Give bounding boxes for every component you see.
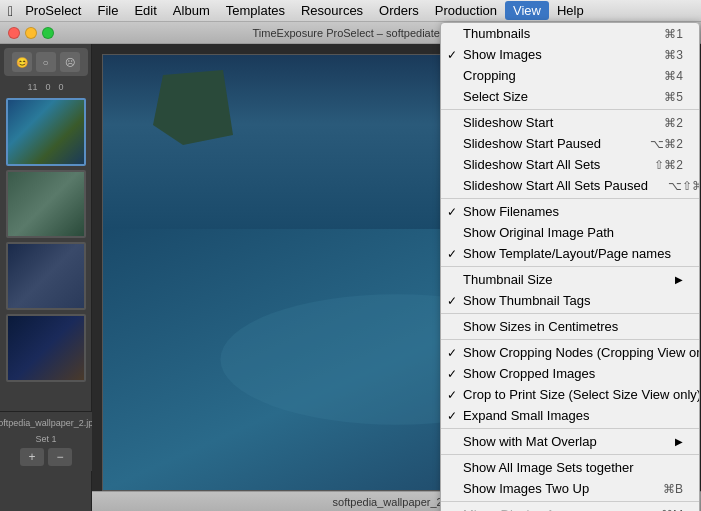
apple-logo[interactable]:  [8,3,13,19]
menu-bar:  ProSelect File Edit Album Templates Re… [0,0,701,22]
menu-label-crop-to-print-size: Crop to Print Size (Select Size View onl… [463,387,700,402]
menu-item-crop-to-print-size[interactable]: ✓ Crop to Print Size (Select Size View o… [441,384,699,405]
menu-item-show-images-two-up[interactable]: Show Images Two Up ⌘B [441,478,699,499]
menu-item-mirror-display-area[interactable]: Mirror Display Area ⌘M [441,504,699,511]
menu-item-thumbnail-size[interactable]: Thumbnail Size ▶ [441,269,699,290]
face-icon-neutral[interactable]: ○ [36,52,56,72]
separator-1 [441,109,699,110]
thumbnail-4[interactable] [6,314,86,382]
menu-label-expand-small-images: Expand Small Images [463,408,589,423]
menu-item-show-original-path[interactable]: Show Original Image Path [441,222,699,243]
count-0a: 0 [45,82,50,92]
menu-label-show-original-path: Show Original Image Path [463,225,614,240]
close-button[interactable] [8,27,20,39]
check-show-images: ✓ [447,48,457,62]
menu-item-show-cropped-images[interactable]: ✓ Show Cropped Images [441,363,699,384]
shortcut-select-size: ⌘5 [644,90,683,104]
separator-4 [441,313,699,314]
count-11: 11 [27,82,37,92]
menu-view[interactable]: View [505,1,549,20]
shortcut-slideshow-all-paused: ⌥⇧⌘2 [648,179,700,193]
menu-label-thumbnail-size: Thumbnail Size [463,272,553,287]
menu-item-show-images[interactable]: ✓ Show Images ⌘3 [441,44,699,65]
menu-item-slideshow-all[interactable]: Slideshow Start All Sets ⇧⌘2 [441,154,699,175]
face-icon-happy[interactable]: 😊 [12,52,32,72]
shortcut-show-images-two-up: ⌘B [643,482,683,496]
menu-item-show-thumbnail-tags[interactable]: ✓ Show Thumbnail Tags [441,290,699,311]
menu-production[interactable]: Production [427,1,505,20]
menu-orders[interactable]: Orders [371,1,427,20]
menu-resources[interactable]: Resources [293,1,371,20]
menu-item-show-sizes-centimetres[interactable]: Show Sizes in Centimetres [441,316,699,337]
check-expand-small-images: ✓ [447,409,457,423]
menu-help[interactable]: Help [549,1,592,20]
separator-5 [441,339,699,340]
sidebar: 😊 ○ ☹ 11 0 0 softpedia_wallpaper_2.jpg S… [0,44,92,511]
minimize-button[interactable] [25,27,37,39]
menu-label-select-size: Select Size [463,89,528,104]
sidebar-bottom-controls: softpedia_wallpaper_2.jpg Set 1 + − [0,411,92,471]
shortcut-slideshow-paused: ⌥⌘2 [630,137,683,151]
menu-item-expand-small-images[interactable]: ✓ Expand Small Images [441,405,699,426]
separator-7 [441,454,699,455]
menu-label-show-all-image-sets: Show All Image Sets together [463,460,634,475]
menu-label-slideshow-all-paused: Slideshow Start All Sets Paused [463,178,648,193]
window-title: TimeExposure ProSelect – softpediatest [253,27,449,39]
sidebar-set-label: Set 1 [35,434,56,444]
menu-label-show-sizes-centimetres: Show Sizes in Centimetres [463,319,618,334]
menu-item-show-template-names[interactable]: ✓ Show Template/Layout/Page names [441,243,699,264]
separator-6 [441,428,699,429]
menu-item-slideshow-paused[interactable]: Slideshow Start Paused ⌥⌘2 [441,133,699,154]
menu-item-show-mat-overlap[interactable]: Show with Mat Overlap ▶ [441,431,699,452]
menu-item-thumbnails[interactable]: Thumbnails ⌘1 [441,23,699,44]
count-0b: 0 [59,82,64,92]
shortcut-cropping: ⌘4 [644,69,683,83]
check-show-template-names: ✓ [447,247,457,261]
check-show-cropping-nodes: ✓ [447,346,457,360]
shortcut-show-images: ⌘3 [644,48,683,62]
check-show-filenames: ✓ [447,205,457,219]
menu-item-select-size[interactable]: Select Size ⌘5 [441,86,699,107]
remove-button[interactable]: − [48,448,72,466]
submenu-arrow-thumbnail-size: ▶ [675,274,683,285]
maximize-button[interactable] [42,27,54,39]
menu-item-show-all-image-sets[interactable]: Show All Image Sets together [441,457,699,478]
menu-label-show-images-two-up: Show Images Two Up [463,481,589,496]
menu-label-slideshow-all: Slideshow Start All Sets [463,157,600,172]
separator-2 [441,198,699,199]
face-icon-sad[interactable]: ☹ [60,52,80,72]
menu-file[interactable]: File [90,1,127,20]
sidebar-filename-label: softpedia_wallpaper_2.jpg [0,418,98,428]
menu-label-slideshow-paused: Slideshow Start Paused [463,136,601,151]
shortcut-slideshow-all: ⇧⌘2 [634,158,683,172]
thumbnail-2[interactable] [6,170,86,238]
menu-label-show-images: Show Images [463,47,542,62]
menu-album[interactable]: Album [165,1,218,20]
menu-label-show-filenames: Show Filenames [463,204,559,219]
menu-label-slideshow-start: Slideshow Start [463,115,553,130]
menu-edit[interactable]: Edit [126,1,164,20]
sidebar-action-buttons: + − [20,448,72,466]
check-crop-to-print-size: ✓ [447,388,457,402]
add-button[interactable]: + [20,448,44,466]
menu-label-show-template-names: Show Template/Layout/Page names [463,246,671,261]
check-show-thumbnail-tags: ✓ [447,294,457,308]
menu-label-thumbnails: Thumbnails [463,26,530,41]
menu-item-slideshow-all-paused[interactable]: Slideshow Start All Sets Paused ⌥⇧⌘2 [441,175,699,196]
menu-templates[interactable]: Templates [218,1,293,20]
menu-item-cropping[interactable]: Cropping ⌘4 [441,65,699,86]
menu-label-show-thumbnail-tags: Show Thumbnail Tags [463,293,590,308]
shortcut-thumbnails: ⌘1 [644,27,683,41]
menu-item-slideshow-start[interactable]: Slideshow Start ⌘2 [441,112,699,133]
menu-label-show-mat-overlap: Show with Mat Overlap [463,434,597,449]
thumbnail-1[interactable] [6,98,86,166]
menu-item-show-cropping-nodes[interactable]: ✓ Show Cropping Nodes (Cropping View onl… [441,342,699,363]
menu-proselect[interactable]: ProSelect [17,1,89,20]
window-controls [8,27,54,39]
shortcut-slideshow-start: ⌘2 [644,116,683,130]
menu-item-show-filenames[interactable]: ✓ Show Filenames [441,201,699,222]
sidebar-toolbar: 😊 ○ ☹ [4,48,88,76]
check-show-cropped-images: ✓ [447,367,457,381]
thumbnail-3[interactable] [6,242,86,310]
view-dropdown-menu: Thumbnails ⌘1 ✓ Show Images ⌘3 Cropping … [440,22,700,511]
